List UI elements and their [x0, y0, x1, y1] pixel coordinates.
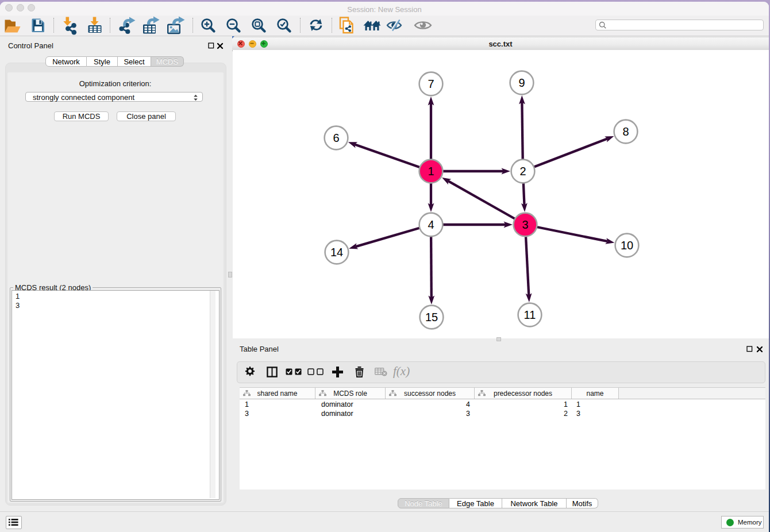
svg-text:4: 4 [428, 218, 434, 231]
svg-text:11: 11 [524, 309, 536, 321]
svg-text:6: 6 [333, 132, 339, 144]
svg-text:10: 10 [621, 239, 633, 252]
svg-text:1: 1 [428, 165, 434, 178]
svg-text:8: 8 [622, 125, 629, 138]
svg-text:14: 14 [330, 246, 343, 259]
svg-text:3: 3 [522, 218, 528, 231]
svg-text:2: 2 [519, 165, 526, 178]
svg-text:15: 15 [425, 311, 438, 323]
svg-text:7: 7 [428, 78, 434, 90]
svg-text:9: 9 [518, 76, 525, 89]
